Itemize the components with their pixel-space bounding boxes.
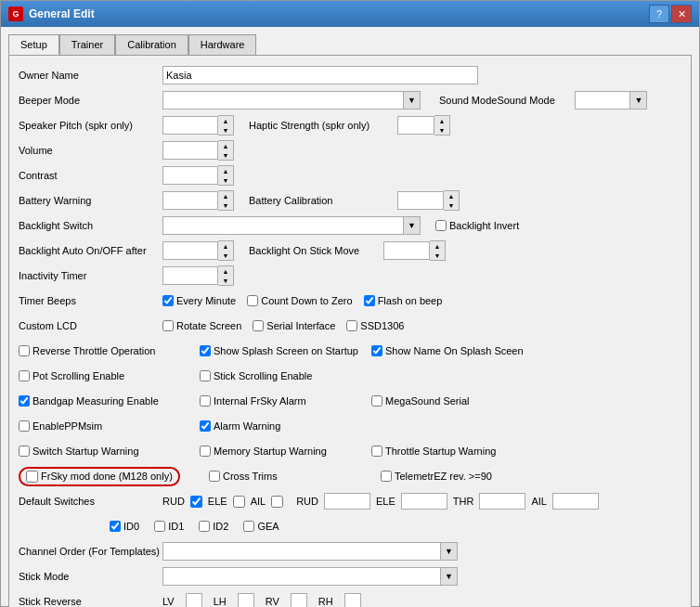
throttle-startup-checkbox[interactable]	[371, 446, 382, 457]
battery-warning-input[interactable]: 9,0v	[162, 191, 218, 210]
owner-name-input[interactable]	[162, 66, 478, 84]
alarm-warning-checkbox[interactable]	[200, 420, 211, 432]
title-bar: G General Edit ? ✕	[1, 1, 699, 27]
telemetrez-checkbox[interactable]	[381, 471, 392, 482]
batt-cal-down[interactable]: ▼	[444, 200, 459, 210]
close-button[interactable]: ✕	[671, 5, 692, 23]
ssd1306-label: SSD1306	[360, 320, 404, 331]
ssd1306-checkbox[interactable]	[346, 320, 357, 331]
speaker-pitch-up[interactable]: ▲	[218, 116, 233, 125]
channel-order-input[interactable]: A E T R	[162, 542, 441, 561]
ail2-input[interactable]	[552, 493, 599, 510]
channel-order-arrow[interactable]: ▼	[441, 542, 458, 561]
every-minute-checkbox[interactable]	[162, 295, 174, 306]
beeper-mode-arrow[interactable]: ▼	[404, 91, 421, 110]
sound-mode-label: Sound Mode	[439, 95, 497, 106]
rv-box[interactable]	[291, 593, 307, 607]
volume-down[interactable]: ▼	[218, 150, 233, 160]
owner-name-label: Owner Name	[19, 70, 162, 81]
bkl-stick-down[interactable]: ▼	[430, 251, 445, 260]
ele-switch-checkbox[interactable]	[233, 496, 245, 508]
count-down-label: Count Down to Zero	[261, 295, 352, 306]
beeper-mode-input[interactable]: Short	[162, 91, 404, 110]
ele2-input[interactable]	[401, 493, 447, 510]
inactivity-up[interactable]: ▲	[218, 266, 233, 276]
id2-checkbox[interactable]	[199, 521, 210, 532]
rud-switch-checkbox[interactable]	[190, 496, 202, 508]
contrast-input[interactable]: 25	[162, 166, 218, 185]
stick-mode-arrow[interactable]: ▼	[441, 567, 458, 586]
stick-scrolling-checkbox[interactable]	[200, 370, 211, 381]
count-down-checkbox[interactable]	[247, 295, 258, 306]
megasound-checkbox[interactable]	[371, 395, 382, 407]
ele2-label: ELE	[376, 496, 395, 507]
speaker-pitch-input[interactable]: 55	[162, 116, 218, 135]
rud2-input[interactable]	[324, 493, 370, 510]
tab-hardware[interactable]: Hardware	[188, 34, 257, 55]
inactivity-down[interactable]: ▼	[218, 276, 233, 285]
sound-mode-input[interactable]: PlSpkr	[575, 91, 630, 110]
rh-box[interactable]	[344, 593, 361, 607]
backlight-invert-checkbox[interactable]	[435, 220, 447, 231]
sound-mode-dropdown: PlSpkr ▼	[575, 91, 647, 110]
volume-input[interactable]: 1	[162, 141, 218, 160]
pot-scrolling-checkbox[interactable]	[19, 370, 30, 381]
gea-checkbox[interactable]	[243, 521, 254, 532]
custom-lcd-row: Custom LCD Rotate Screen Serial Interfac…	[19, 316, 681, 336]
inactivity-label: Inactivity Timer	[19, 270, 162, 281]
bkl-stick-up[interactable]: ▲	[430, 241, 445, 251]
batt-warn-down[interactable]: ▼	[218, 200, 233, 210]
backlight-stick-input[interactable]: 0 sec	[383, 241, 430, 260]
haptic-up[interactable]: ▲	[434, 116, 449, 125]
volume-up[interactable]: ▲	[218, 141, 233, 150]
bkl-auto-down[interactable]: ▼	[218, 251, 233, 260]
haptic-down[interactable]: ▼	[434, 125, 449, 135]
backlight-switch-arrow[interactable]: ▼	[404, 216, 421, 235]
haptic-strength-input[interactable]: 4	[397, 116, 434, 135]
lv-box[interactable]	[186, 593, 202, 607]
volume-label: Volume	[19, 145, 162, 156]
tab-setup[interactable]: Setup	[8, 34, 59, 55]
battery-calibration-input[interactable]: 0,3v	[397, 191, 444, 210]
contrast-label: Contrast	[19, 170, 162, 181]
batt-cal-up[interactable]: ▲	[444, 191, 459, 200]
backlight-auto-input[interactable]: 5 sec	[162, 241, 218, 260]
flash-beep-checkbox[interactable]	[364, 295, 375, 306]
inactivity-input[interactable]: 10 min	[162, 266, 218, 285]
tab-bar: Setup Trainer Calibration Hardware	[8, 34, 692, 55]
show-splash-checkbox[interactable]	[200, 345, 211, 356]
id0-checkbox[interactable]	[110, 521, 121, 532]
thr2-input[interactable]	[479, 493, 525, 510]
bkl-auto-up[interactable]: ▲	[218, 241, 233, 251]
ail-switch-checkbox[interactable]	[271, 496, 283, 508]
rotate-screen-check: Rotate Screen	[162, 320, 241, 331]
speaker-pitch-down[interactable]: ▼	[218, 125, 233, 135]
help-button[interactable]: ?	[649, 5, 669, 23]
lh-box[interactable]	[238, 593, 254, 607]
memory-startup-label: Memory Startup Warning	[214, 446, 327, 457]
sound-mode-arrow[interactable]: ▼	[630, 91, 647, 110]
show-name-splash-checkbox[interactable]	[371, 345, 382, 356]
tab-calibration[interactable]: Calibration	[115, 34, 188, 55]
rotate-screen-checkbox[interactable]	[162, 320, 174, 331]
enableppmsim-checkbox[interactable]	[19, 420, 30, 432]
stick-mode-input[interactable]: Mode 2 (RUD THR ELE AIL)	[162, 567, 441, 586]
cross-trims-checkbox[interactable]	[209, 471, 220, 482]
backlight-switch-input[interactable]: ELE	[162, 216, 404, 235]
memory-startup-checkbox[interactable]	[200, 446, 211, 457]
frsky-mod-checkbox[interactable]	[26, 471, 38, 483]
speaker-pitch-label: Speaker Pitch (spkr only)	[19, 120, 162, 131]
internal-frsky-checkbox[interactable]	[200, 395, 211, 407]
switch-startup-checkbox[interactable]	[19, 446, 30, 457]
throttle-startup-check: Throttle Startup Warning	[371, 446, 496, 457]
id1-checkbox[interactable]	[154, 521, 165, 532]
contrast-down[interactable]: ▼	[218, 175, 233, 185]
batt-warn-up[interactable]: ▲	[218, 191, 233, 200]
contrast-up[interactable]: ▲	[218, 166, 233, 175]
tab-trainer[interactable]: Trainer	[59, 34, 115, 55]
backlight-auto-btns: ▲ ▼	[218, 240, 234, 261]
owner-name-row: Owner Name	[19, 65, 681, 85]
reverse-throttle-checkbox[interactable]	[19, 345, 30, 356]
serial-interface-checkbox[interactable]	[253, 320, 264, 331]
bandgap-checkbox[interactable]	[19, 395, 30, 407]
